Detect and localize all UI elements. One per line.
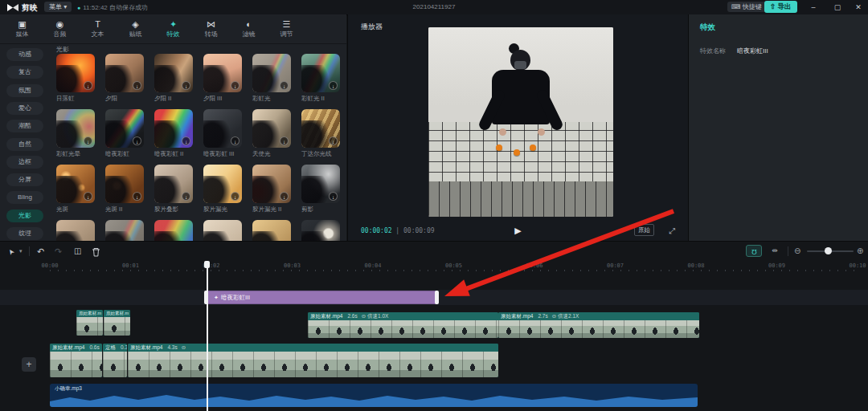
effect-item[interactable]: ↓彩虹光晕 [53,109,98,158]
ruler-label: 00:06 [526,262,542,269]
effect-name: 日落虹 [56,95,98,103]
effect-item[interactable]: ↓ [102,220,147,241]
effect-item[interactable]: ↓夕阳 III [200,54,245,103]
effect-item[interactable]: ↓胶片漏光 [200,165,245,214]
playhead-handle[interactable] [204,261,210,268]
effect-item[interactable]: ↓ [298,220,343,241]
autosave-status: ●11:52:42 自动保存成功 [77,3,148,12]
effect-item[interactable]: ↓日落虹 [53,54,98,103]
add-track-button[interactable]: + [22,357,36,372]
download-icon: ↓ [182,136,190,145]
effect-item[interactable]: ↓ [53,220,98,241]
audio-clip[interactable]: 小确幸.mp3 [50,384,698,407]
media-tool-6[interactable]: ◐滤镜 [230,16,268,42]
sidebar-item-0[interactable]: 动感 [6,48,43,61]
media-tool-3[interactable]: ◈贴纸 [117,16,154,42]
timeline-toolbar: ➤ ▾ ↶ ↷ ◫ Ω ⇹ ⊖ ⊕ [0,242,868,261]
media-tool-icon: T [95,19,100,29]
magnet-snap-toggle[interactable]: Ω [746,245,762,257]
main-video-clip[interactable]: 原始素材.mp44.3s⊙ [128,344,498,377]
effect-thumbnail: ↓ [203,109,242,148]
media-tool-0[interactable]: ▣媒体 [3,16,41,42]
effect-item[interactable]: ↓暗夜彩虹 III [200,109,245,158]
effect-item[interactable]: ↓暗夜彩虹 [102,109,147,158]
effect-item[interactable]: ↓剪影 [298,165,343,214]
timeline-ruler[interactable]: 00:0000:0100:0200:0300:0400:0500:0600:07… [0,261,868,274]
effect-item[interactable]: ↓夕阳 [102,54,147,103]
menu-dropdown[interactable]: 菜单 ▾ [44,2,72,12]
media-tool-1[interactable]: ◉音频 [41,16,79,42]
main-video-clip[interactable]: 原始素材.mp40.6s [50,344,102,377]
zoom-out-icon[interactable]: ⊖ [794,245,800,258]
sidebar-item-2[interactable]: 氛围 [6,84,43,97]
ruler-label: 00:08 [687,262,704,269]
effects-category-sidebar: 动感复古氛围爱心潮酷自然边框分屏Bling光影纹理 [0,43,50,241]
effect-item[interactable]: ↓光斑 II [102,165,147,214]
app-name: 剪映 [22,2,38,14]
export-button[interactable]: ⇧ 导出 [764,1,797,13]
redo-button[interactable]: ↷ [55,245,62,258]
video-preview[interactable] [428,27,613,217]
overlay-video-clip[interactable]: 原始素材.m [76,310,103,336]
chevron-down-icon: ▾ [63,3,67,10]
sidebar-item-8[interactable]: Bling [6,191,43,204]
effect-item[interactable]: ↓ [151,220,196,241]
effect-thumbnail: ↓ [56,165,95,203]
effect-item[interactable]: ↓胶片叠影 [151,165,196,214]
media-tool-4[interactable]: ✦特效 [154,16,192,42]
zoom-slider-knob[interactable] [825,247,832,254]
sidebar-item-4[interactable]: 潮酷 [6,120,43,132]
shortcuts-button[interactable]: ⌨ 快捷键 [727,2,766,12]
effect-clip[interactable]: ✦暗夜彩虹III [205,291,438,304]
effect-item[interactable]: ↓ [249,220,294,241]
maximize-button[interactable]: ▢ [828,0,847,14]
overlay-video-clip[interactable]: 原始素材.m [104,310,130,336]
minimize-button[interactable]: – [804,0,823,14]
select-tool-dropdown[interactable]: ▾ [19,245,23,258]
delete-button[interactable] [92,247,100,257]
effect-item[interactable]: ↓光斑 [53,165,98,214]
sidebar-item-9[interactable]: 光影 [6,210,43,222]
close-button[interactable]: ✕ [849,0,868,14]
effects-grid-area: 光影 ↓日落虹↓夕阳↓夕阳 II↓夕阳 III↓彩虹光↓彩虹光 II↓彩虹光晕↓… [50,43,346,241]
sidebar-item-3[interactable]: 爱心 [6,102,43,115]
effect-item[interactable]: ↓ [200,220,245,241]
effect-name: 天使光 [252,150,294,158]
effect-thumbnail: ↓ [301,54,340,92]
effect-item[interactable]: ↓天使光 [249,109,294,158]
audio-clip-name: 小确幸.mp3 [55,385,82,393]
sidebar-item-5[interactable]: 自然 [6,138,43,151]
tab-effect[interactable]: 特效 [700,22,715,33]
sidebar-item-1[interactable]: 复古 [6,66,43,79]
freeze-frame-clip[interactable]: 定格0.3s [103,344,127,377]
media-tool-7[interactable]: ☰调节 [268,16,305,42]
effect-item[interactable]: ↓彩虹光 II [298,54,343,103]
undo-button[interactable]: ↶ [37,245,44,258]
effect-item[interactable]: ↓丁达尔光线 [298,109,343,158]
video-clip[interactable]: 原始素材.mp42.6s⊙ 倍速1.0X [308,312,498,338]
play-button[interactable]: ▶ [514,226,521,236]
effect-item[interactable]: ↓夕阳 II [151,54,196,103]
select-tool-button[interactable]: ➤ [8,245,14,258]
download-icon: ↓ [329,136,338,145]
media-tool-label: 转场 [205,30,218,39]
effect-item[interactable]: ↓彩虹光 [249,54,294,103]
download-icon: ↓ [280,81,289,90]
media-tool-2[interactable]: T文本 [79,16,117,42]
effect-item[interactable]: ↓暗夜彩虹 II [151,109,196,158]
effect-thumbnail: ↓ [56,220,95,241]
player-title: 播放器 [361,22,383,32]
playhead[interactable] [207,261,208,411]
media-tool-5[interactable]: ⋈转场 [192,16,230,42]
video-clip[interactable]: 原始素材.mp42.7s⊙ 倍速2.1X [498,312,699,338]
original-ratio-button[interactable]: 原始 [634,224,654,236]
split-button[interactable]: ◫ [74,245,81,258]
zoom-in-icon[interactable]: ⊕ [857,245,863,258]
sidebar-item-6[interactable]: 边框 [6,156,43,169]
sidebar-item-10[interactable]: 纹理 [6,227,43,240]
linkage-toggle[interactable]: ⇹ [767,245,783,257]
fullscreen-icon[interactable]: ⤢ [669,226,675,236]
sidebar-item-7[interactable]: 分屏 [6,173,43,186]
effect-item[interactable]: ↓胶片漏光 II [249,165,294,214]
app-window: 剪映 菜单 ▾ ●11:52:42 自动保存成功 202104211927 ⌨ … [0,0,868,411]
